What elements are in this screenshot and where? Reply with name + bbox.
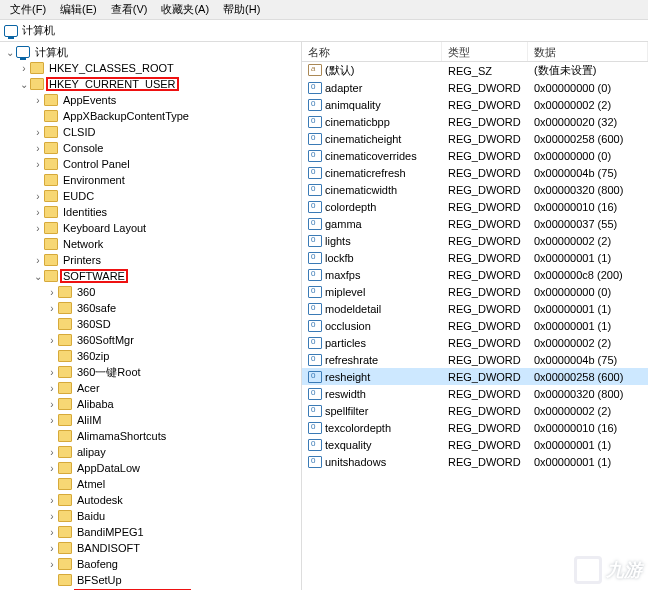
value-row[interactable]: (默认)REG_SZ(数值未设置) — [302, 62, 648, 79]
tree-node[interactable]: ›Console — [0, 140, 301, 156]
tree-node[interactable]: 360zip — [0, 348, 301, 364]
tree-node[interactable]: ›CLSID — [0, 124, 301, 140]
tree-node[interactable]: ›360一键Root — [0, 364, 301, 380]
expand-icon[interactable]: › — [46, 463, 58, 474]
value-row[interactable]: particlesREG_DWORD0x00000002 (2) — [302, 334, 648, 351]
value-name-cell: resheight — [302, 370, 442, 384]
tree-node[interactable]: ›Printers — [0, 252, 301, 268]
value-row[interactable]: cinematicheightREG_DWORD0x00000258 (600) — [302, 130, 648, 147]
tree-node[interactable]: BFSetUp — [0, 572, 301, 588]
expand-icon[interactable]: › — [46, 447, 58, 458]
value-row[interactable]: occlusionREG_DWORD0x00000001 (1) — [302, 317, 648, 334]
value-row[interactable]: resheightREG_DWORD0x00000258 (600) — [302, 368, 648, 385]
expand-icon[interactable]: › — [32, 207, 44, 218]
value-name-cell: (默认) — [302, 62, 442, 79]
value-row[interactable]: reswidthREG_DWORD0x00000320 (800) — [302, 385, 648, 402]
tree-node[interactable]: Network — [0, 236, 301, 252]
col-data[interactable]: 数据 — [528, 42, 648, 61]
menu-view[interactable]: 查看(V) — [105, 0, 154, 19]
tree-node[interactable]: ›alipay — [0, 444, 301, 460]
expand-icon[interactable]: › — [32, 143, 44, 154]
tree-node[interactable]: ›360safe — [0, 300, 301, 316]
folder-icon — [58, 318, 72, 330]
expand-icon[interactable]: › — [46, 303, 58, 314]
tree-node[interactable]: ›Alibaba — [0, 396, 301, 412]
value-row[interactable]: cinematicrefreshREG_DWORD0x0000004b (75) — [302, 164, 648, 181]
expand-icon[interactable]: › — [46, 543, 58, 554]
expand-icon[interactable]: › — [46, 495, 58, 506]
tree-node[interactable]: ›Acer — [0, 380, 301, 396]
tree-node[interactable]: ›AliIM — [0, 412, 301, 428]
tree-node[interactable]: ›Identities — [0, 204, 301, 220]
expand-icon[interactable]: › — [32, 255, 44, 266]
col-type[interactable]: 类型 — [442, 42, 528, 61]
value-row[interactable]: spellfilterREG_DWORD0x00000002 (2) — [302, 402, 648, 419]
tree-node[interactable]: ›Autodesk — [0, 492, 301, 508]
tree-node[interactable]: ›AppEvents — [0, 92, 301, 108]
expand-icon[interactable]: › — [32, 159, 44, 170]
tree-node[interactable]: ⌄计算机 — [0, 44, 301, 60]
menu-edit[interactable]: 编辑(E) — [54, 0, 103, 19]
value-row[interactable]: texqualityREG_DWORD0x00000001 (1) — [302, 436, 648, 453]
value-row[interactable]: gammaREG_DWORD0x00000037 (55) — [302, 215, 648, 232]
value-row[interactable]: animqualityREG_DWORD0x00000002 (2) — [302, 96, 648, 113]
expand-icon[interactable]: › — [46, 287, 58, 298]
value-row[interactable]: cinematicwidthREG_DWORD0x00000320 (800) — [302, 181, 648, 198]
tree-node[interactable]: ›Keyboard Layout — [0, 220, 301, 236]
tree-node[interactable]: AppXBackupContentType — [0, 108, 301, 124]
expand-icon[interactable]: › — [46, 367, 58, 378]
tree-node[interactable]: ⌄SOFTWARE — [0, 268, 301, 284]
value-row[interactable]: colordepthREG_DWORD0x00000010 (16) — [302, 198, 648, 215]
expand-icon[interactable]: › — [46, 335, 58, 346]
values-list[interactable]: 名称 类型 数据 (默认)REG_SZ(数值未设置)adapterREG_DWO… — [302, 42, 648, 590]
value-row[interactable]: cinematicoverridesREG_DWORD0x00000000 (0… — [302, 147, 648, 164]
tree-node[interactable]: ›360SoftMgr — [0, 332, 301, 348]
tree-node[interactable]: ›BandiMPEG1 — [0, 524, 301, 540]
menu-help[interactable]: 帮助(H) — [217, 0, 266, 19]
expand-icon[interactable]: › — [46, 527, 58, 538]
expand-icon[interactable]: › — [32, 127, 44, 138]
dword-value-icon — [308, 371, 322, 383]
expand-icon[interactable]: › — [46, 399, 58, 410]
expand-icon[interactable]: › — [46, 415, 58, 426]
expand-icon[interactable]: › — [32, 95, 44, 106]
collapse-icon[interactable]: ⌄ — [18, 79, 30, 90]
value-row[interactable]: lockfbREG_DWORD0x00000001 (1) — [302, 249, 648, 266]
expand-icon[interactable]: › — [46, 383, 58, 394]
expand-icon[interactable]: › — [32, 191, 44, 202]
tree-node[interactable]: ›BANDISOFT — [0, 540, 301, 556]
value-row[interactable]: cinematicbppREG_DWORD0x00000020 (32) — [302, 113, 648, 130]
value-row[interactable]: texcolordepthREG_DWORD0x00000010 (16) — [302, 419, 648, 436]
value-row[interactable]: modeldetailREG_DWORD0x00000001 (1) — [302, 300, 648, 317]
col-name[interactable]: 名称 — [302, 42, 442, 61]
expand-icon[interactable]: › — [46, 559, 58, 570]
tree-node[interactable]: ›360 — [0, 284, 301, 300]
expand-icon[interactable]: › — [18, 63, 30, 74]
value-row[interactable]: maxfpsREG_DWORD0x000000c8 (200) — [302, 266, 648, 283]
folder-icon — [44, 158, 58, 170]
expand-icon[interactable]: › — [46, 511, 58, 522]
tree-node[interactable]: ›AppDataLow — [0, 460, 301, 476]
tree-node[interactable]: Atmel — [0, 476, 301, 492]
menu-file[interactable]: 文件(F) — [4, 0, 52, 19]
tree-node[interactable]: AlimamaShortcuts — [0, 428, 301, 444]
value-row[interactable]: adapterREG_DWORD0x00000000 (0) — [302, 79, 648, 96]
collapse-icon[interactable]: ⌄ — [32, 271, 44, 282]
tree-node[interactable]: ›EUDC — [0, 188, 301, 204]
dword-value-icon — [308, 235, 322, 247]
tree-node[interactable]: ›Baofeng — [0, 556, 301, 572]
tree-node[interactable]: ⌄HKEY_CURRENT_USER — [0, 76, 301, 92]
tree-node[interactable]: ›HKEY_CLASSES_ROOT — [0, 60, 301, 76]
value-row[interactable]: miplevelREG_DWORD0x00000000 (0) — [302, 283, 648, 300]
tree-node[interactable]: ›Control Panel — [0, 156, 301, 172]
collapse-icon[interactable]: ⌄ — [4, 47, 16, 58]
value-row[interactable]: unitshadowsREG_DWORD0x00000001 (1) — [302, 453, 648, 470]
tree-node[interactable]: ›Baidu — [0, 508, 301, 524]
value-row[interactable]: lightsREG_DWORD0x00000002 (2) — [302, 232, 648, 249]
value-row[interactable]: refreshrateREG_DWORD0x0000004b (75) — [302, 351, 648, 368]
registry-tree[interactable]: ⌄计算机›HKEY_CLASSES_ROOT⌄HKEY_CURRENT_USER… — [0, 42, 302, 590]
tree-node[interactable]: Environment — [0, 172, 301, 188]
menu-favorites[interactable]: 收藏夹(A) — [155, 0, 215, 19]
tree-node[interactable]: 360SD — [0, 316, 301, 332]
expand-icon[interactable]: › — [32, 223, 44, 234]
